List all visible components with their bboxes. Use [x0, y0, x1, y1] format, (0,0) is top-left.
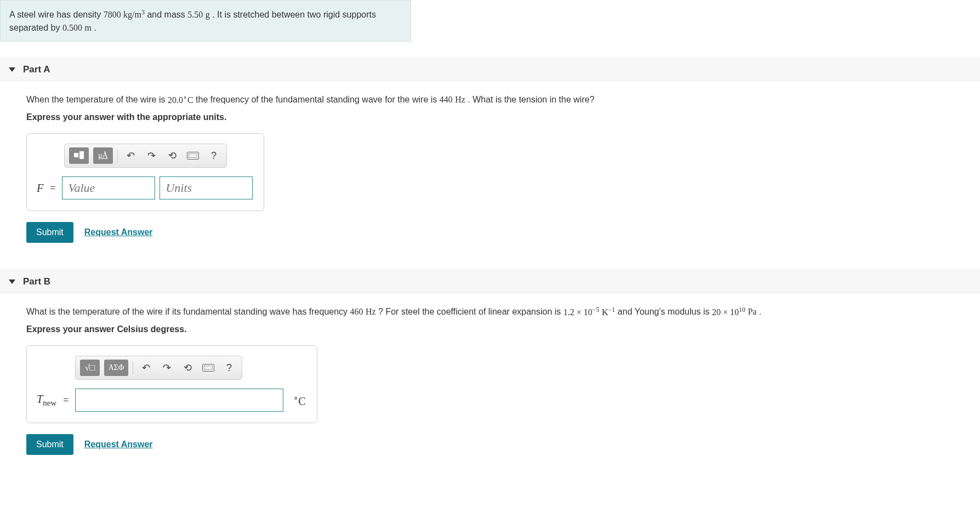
- part-b-body: What is the temperature of the wire if i…: [0, 293, 980, 466]
- chevron-down-icon: [9, 67, 15, 72]
- part-b-input-row: Tnew = ∘C: [37, 389, 306, 412]
- part-a-actions: Submit Request Answer: [26, 222, 954, 243]
- mass-value: 5.50: [187, 10, 203, 19]
- problem-text: .: [94, 23, 96, 32]
- request-answer-link[interactable]: Request Answer: [84, 440, 153, 449]
- greek-picker-button[interactable]: ΑΣΦ: [104, 360, 128, 376]
- part-b-toolbar: √□ ΑΣΦ ↶ ↷ ⟲ ?: [75, 356, 242, 380]
- mass-units: g: [206, 10, 210, 19]
- equals-sign: =: [63, 395, 69, 406]
- expansion-unit: K−1: [602, 307, 615, 317]
- part-b-title: Part B: [23, 276, 50, 287]
- keyboard-icon[interactable]: [200, 360, 216, 375]
- part-b-header[interactable]: Part B: [0, 270, 980, 293]
- young-unit: Pa: [748, 307, 756, 317]
- question-text: . What is the tension in the wire?: [468, 95, 594, 105]
- redo-icon[interactable]: ↷: [143, 148, 159, 163]
- part-b-instruction: Express your answer Celsius degress.: [26, 324, 954, 334]
- units-input[interactable]: [159, 176, 253, 200]
- problem-statement: A steel wire has density 7800 kg/m3 and …: [0, 0, 411, 42]
- question-text: ? For steel the coefficient of linear ex…: [378, 307, 563, 317]
- temperature-value: 20.0∘C: [168, 95, 193, 105]
- length-units: m: [84, 23, 91, 32]
- units-picker-button[interactable]: μÅ: [93, 147, 113, 164]
- part-a-header[interactable]: Part A: [0, 58, 980, 81]
- request-answer-link[interactable]: Request Answer: [84, 227, 153, 237]
- variable-label: F: [37, 182, 43, 195]
- question-text: .: [759, 307, 761, 317]
- value-input[interactable]: [75, 389, 283, 412]
- unit-suffix: ∘C: [293, 393, 305, 408]
- templates-icon[interactable]: [69, 147, 89, 164]
- part-b-answer-box: √□ ΑΣΦ ↶ ↷ ⟲ ? Tnew = ∘C: [26, 345, 317, 423]
- help-icon[interactable]: ?: [221, 360, 237, 375]
- part-a-question: When the temperature of the wire is 20.0…: [26, 92, 954, 107]
- undo-icon[interactable]: ↶: [122, 148, 139, 163]
- young-modulus: 20 × 1010: [712, 307, 745, 317]
- problem-text: A steel wire has density: [9, 10, 104, 19]
- density-value: 7800: [104, 10, 121, 19]
- part-a-body: When the temperature of the wire is 20.0…: [0, 81, 980, 254]
- undo-icon[interactable]: ↶: [138, 360, 154, 375]
- density-units: kg/m3: [123, 10, 145, 19]
- part-a-title: Part A: [23, 64, 50, 75]
- templates-icon[interactable]: √□: [80, 360, 100, 376]
- question-text: the frequency of the fundamental standin…: [196, 95, 440, 105]
- value-input[interactable]: [62, 176, 155, 200]
- frequency-unit: Hz: [455, 95, 465, 105]
- submit-button[interactable]: Submit: [26, 222, 73, 243]
- reset-icon[interactable]: ⟲: [164, 148, 180, 163]
- part-b-question: What is the temperature of the wire if i…: [26, 304, 954, 319]
- part-a-instruction: Express your answer with the appropriate…: [26, 112, 954, 122]
- question-text: and Young's modulus is: [618, 307, 712, 317]
- expansion-coef: 1.2 × 10−5: [563, 307, 600, 317]
- question-text: When the temperature of the wire is: [26, 95, 168, 105]
- keyboard-icon[interactable]: [185, 148, 201, 163]
- length-value: 0.500: [62, 23, 82, 32]
- separator: [133, 361, 133, 374]
- submit-button[interactable]: Submit: [26, 434, 73, 455]
- question-text: What is the temperature of the wire if i…: [26, 307, 350, 317]
- equals-sign: =: [50, 183, 55, 194]
- problem-text: and mass: [147, 10, 187, 19]
- part-a-toolbar: μÅ ↶ ↷ ⟲ ?: [64, 144, 227, 168]
- part-a-input-row: F =: [37, 176, 253, 200]
- variable-label: Tnew: [37, 393, 56, 408]
- frequency-unit: Hz: [366, 307, 376, 317]
- frequency-value: 440: [440, 95, 453, 105]
- help-icon[interactable]: ?: [206, 148, 222, 163]
- redo-icon[interactable]: ↷: [158, 360, 175, 375]
- frequency-value: 460: [350, 307, 363, 317]
- reset-icon[interactable]: ⟲: [179, 360, 196, 375]
- part-a-answer-box: μÅ ↶ ↷ ⟲ ? F =: [26, 133, 264, 211]
- part-b-actions: Submit Request Answer: [26, 434, 954, 455]
- chevron-down-icon: [9, 280, 15, 284]
- separator: [117, 149, 118, 162]
